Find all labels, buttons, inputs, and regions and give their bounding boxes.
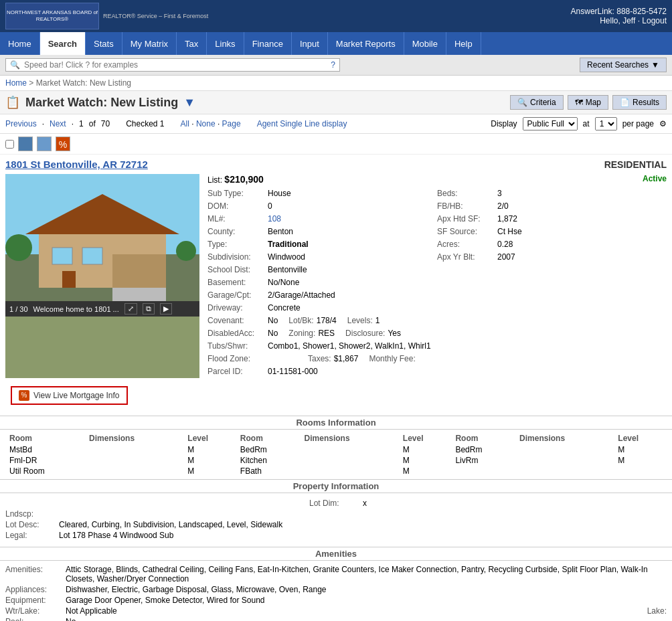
listing-image: 1 / 30 Welcome home to 1801 ... ⤢ ⧉ ▶ [5, 174, 199, 378]
lot-desc-row: Lot Desc: Cleared, Curbing, In Subdivisi… [5, 520, 667, 529]
svg-rect-8 [112, 288, 166, 301]
rooms-header-row: Room Dimensions Level Room Dimensions Le… [5, 432, 667, 444]
next-image-button[interactable]: ▶ [160, 303, 172, 315]
svg-rect-5 [52, 248, 72, 264]
nav-links[interactable]: Links [207, 32, 244, 55]
nav-help[interactable]: Help [446, 32, 481, 55]
page-title: 📋 Market Watch: New Listing ▼ [5, 95, 195, 110]
legal-row: Legal: Lot 178 Phase 4 Windwood Sub [5, 531, 667, 540]
top-bar: NORTHWEST ARKANSAS BOARD of REALTORS® RE… [0, 0, 672, 32]
status-badge: Active [643, 174, 667, 185]
results-button[interactable]: 📄 Results [612, 95, 667, 110]
logo-text: NORTHWEST ARKANSAS BOARD of REALTORS® [6, 9, 98, 23]
listing-address[interactable]: 1801 St Bentonville, AR 72712 [5, 159, 148, 170]
ml-number[interactable]: 108 [268, 213, 281, 225]
mortgage-button[interactable]: % View Live Mortgage Info [11, 386, 128, 405]
acres-row: Acres: 0.28 [437, 238, 667, 250]
tubs-row: Tubs/Shwr: Combo1, Shower1, Shower2, Wal… [207, 340, 437, 352]
all-link[interactable]: All [181, 119, 189, 128]
mortgage-icon: % [19, 390, 29, 401]
recent-searches-label: Recent Searches [587, 60, 649, 70]
select-all-checkbox[interactable] [5, 140, 14, 149]
page-link[interactable]: Page [222, 119, 241, 128]
house-background [5, 174, 199, 301]
details-col-right: Beds: 3 FB/HB: 2/0 Apx Htd SF: 1,872 SF … [437, 187, 667, 378]
answerlink: AnswerLink: 888-825-5472 [571, 7, 667, 16]
nav-row-right: Display Public Full at 1 per page ⚙ [491, 117, 667, 130]
nav-stats[interactable]: Stats [86, 32, 122, 55]
recent-searches-button[interactable]: Recent Searches ▼ [580, 58, 667, 72]
search-icon: 🔍 [10, 60, 20, 70]
svg-point-9 [5, 234, 32, 261]
breadcrumb-home[interactable]: Home [5, 78, 27, 88]
copy-button[interactable]: ⧉ [143, 303, 155, 315]
nav-input[interactable]: Input [292, 32, 328, 55]
nav-market-reports[interactable]: Market Reports [328, 32, 404, 55]
nav-search[interactable]: Search [40, 32, 86, 55]
svg-rect-4 [112, 254, 166, 288]
per-page-select[interactable]: 1 [595, 117, 617, 130]
wtr-lake-row: Wtr/Lake: Not Applicable Lake: [5, 606, 667, 616]
svg-rect-6 [82, 248, 102, 264]
next-link[interactable]: Next [50, 119, 66, 128]
disabled-row: DisabledAcc: No Zoning: RES Disclosure: … [207, 327, 437, 339]
expand-button[interactable]: ⤢ [124, 303, 137, 315]
details-grid: Sub Type: House DOM: 0 ML#: 108 County: … [207, 187, 667, 378]
school-dist-row: School Dist: Bentonville [207, 264, 437, 276]
settings-icon[interactable]: ⚙ [659, 119, 667, 128]
criteria-icon: 🔍 [517, 98, 527, 107]
percent-icon: % [56, 137, 70, 151]
logo: NORTHWEST ARKANSAS BOARD of REALTORS® [5, 3, 99, 29]
page-title-text: Market Watch: New Listing [25, 96, 178, 110]
none-link[interactable]: None [196, 119, 216, 128]
results-icon: 📄 [620, 98, 630, 107]
search-input-wrap[interactable]: 🔍 ? [5, 58, 340, 72]
nav-bar: Home Search Stats My Matrix Tax Links Fi… [0, 32, 672, 55]
page-title-bar: 📋 Market Watch: New Listing ▼ 🔍 Criteria… [0, 91, 672, 114]
rooms-section: Room Dimensions Level Room Dimensions Le… [0, 432, 672, 476]
parcel-row: Parcel ID: 01-11581-000 [207, 365, 437, 377]
search-input[interactable] [24, 60, 327, 70]
house-svg [5, 174, 199, 301]
search-question-icon: ? [331, 60, 335, 70]
nav-tax[interactable]: Tax [177, 32, 207, 55]
nav-home[interactable]: Home [0, 32, 40, 55]
agent-single-line-link[interactable]: Agent Single Line display [257, 119, 347, 128]
beds-row: Beds: 3 [437, 187, 667, 199]
nav-row-left: Previous · Next · 1 of 70 Checked 1 All … [5, 119, 347, 128]
lot-dim-row: Lot Dim: x [5, 499, 667, 508]
nav-mymatrix[interactable]: My Matrix [122, 32, 177, 55]
logo-area: NORTHWEST ARKANSAS BOARD of REALTORS® RE… [5, 3, 208, 29]
logo-tagline: REALTOR® Service – First & Foremost [103, 13, 208, 19]
amenities-row: Amenities: Attic Storage, Blinds, Cathed… [5, 565, 667, 584]
map-button[interactable]: 🗺 Map [568, 95, 608, 110]
prev-link[interactable]: Previous [5, 119, 37, 128]
lndscp-row: Lndscp: [5, 509, 667, 519]
page-title-icon: 📋 [5, 95, 20, 110]
listing-type: RESIDENTIAL [604, 159, 667, 170]
type-row: Type: Traditional [207, 238, 437, 250]
nav-row: Previous · Next · 1 of 70 Checked 1 All … [0, 114, 672, 134]
rooms-row-2: Fml-DRM KitchenM LivRmM [5, 455, 667, 466]
listing-details: List: $210,900 Active Sub Type: House DO… [207, 174, 667, 378]
display-select[interactable]: Public Full [523, 117, 578, 130]
search-bar: 🔍 ? Recent Searches ▼ [0, 55, 672, 76]
page-total: 70 [101, 119, 110, 128]
property-section-header: Property Information [0, 479, 672, 493]
apx-htd-row: Apx Htd SF: 1,872 [437, 213, 667, 225]
breadcrumb-sep: > [29, 78, 33, 88]
rooms-row-3: Util RoomM FBathM [5, 466, 667, 476]
driveway-row: Driveway: Concrete [207, 302, 437, 314]
rooms-section-header: Rooms Information [0, 416, 672, 430]
nav-finance[interactable]: Finance [244, 32, 292, 55]
svg-point-10 [176, 241, 196, 261]
criteria-button[interactable]: 🔍 Criteria [510, 95, 564, 110]
listing-content: 1 / 30 Welcome home to 1801 ... ⤢ ⧉ ▶ Li… [0, 174, 672, 378]
nav-mobile[interactable]: Mobile [404, 32, 446, 55]
breadcrumb: Home > Market Watch: New Listing [0, 76, 672, 91]
property-info-section: Lot Dim: x Lndscp: Lot Desc: Cleared, Cu… [0, 496, 672, 544]
flood-row: Flood Zone: Taxes: $1,867 Monthly Fee: [207, 353, 437, 365]
photo2-icon [37, 137, 52, 151]
covenant-row: Covenant: No Lot/Bk: 178/4 Levels: 1 [207, 315, 437, 327]
title-dropdown-icon[interactable]: ▼ [183, 96, 195, 110]
